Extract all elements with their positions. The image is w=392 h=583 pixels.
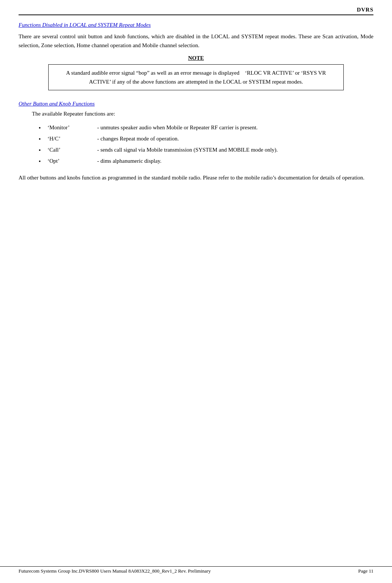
list-item: ‘Call’ - sends call signal via Mobile tr…	[45, 144, 373, 155]
bullet-label-4: ‘Opt’	[48, 155, 96, 166]
available-text: The available Repeater functions are:	[32, 109, 373, 118]
page-container: DVRS Functions Disabled in LOCAL and SYS…	[0, 0, 392, 583]
header-bar: DVRS	[19, 7, 373, 15]
section1-heading[interactable]: Functions Disabled in LOCAL and SYSTEM R…	[19, 22, 373, 28]
bullet-label-3: ‘Call’	[48, 144, 96, 155]
bullet-desc-2: - changes Repeat mode of operation.	[97, 136, 179, 142]
bullet-label-1: ‘Monitor’	[48, 122, 96, 133]
list-item: ‘H/C’ - changes Repeat mode of operation…	[45, 133, 373, 144]
footer-text: Futurecom Systems Group Inc.DVRS800 User…	[19, 568, 211, 574]
bullet-desc-1: - unmutes speaker audio when Mobile or R…	[97, 124, 258, 130]
section2-heading[interactable]: Other Button and Knob Functions	[19, 101, 373, 107]
list-item: ‘Opt’ - dims alphanumeric display.	[45, 155, 373, 166]
footer-bar: Futurecom Systems Group Inc.DVRS800 User…	[0, 566, 392, 576]
footer-page: Page 11	[358, 568, 373, 574]
list-item: ‘Monitor’ - unmutes speaker audio when M…	[45, 122, 373, 133]
note-label: NOTE	[19, 55, 373, 61]
section1-body: There are several control unit button an…	[19, 32, 373, 50]
bullet-desc-4: - dims alphanumeric display.	[97, 158, 161, 164]
note-text: A standard audible error signal “bop” as…	[66, 70, 326, 85]
closing-text: All other buttons and knobs function as …	[19, 173, 373, 182]
bullet-desc-3: - sends call signal via Mobile transmiss…	[97, 147, 278, 153]
header-title: DVRS	[357, 7, 373, 13]
note-box: A standard audible error signal “bop” as…	[48, 64, 344, 90]
bullet-label-2: ‘H/C’	[48, 133, 96, 144]
bullet-list: ‘Monitor’ - unmutes speaker audio when M…	[45, 122, 373, 166]
